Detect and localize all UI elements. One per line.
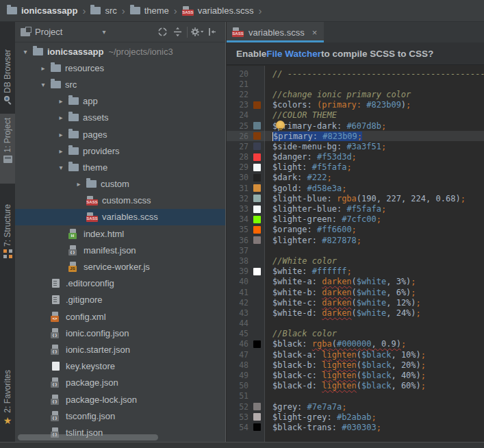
breadcrumb-item-src[interactable]: src bbox=[90, 5, 116, 16]
line-number[interactable]: 32 bbox=[227, 194, 249, 203]
line-number[interactable]: 48 bbox=[227, 360, 249, 370]
line-number[interactable]: 28 bbox=[227, 152, 249, 162]
intention-bulb-icon[interactable] bbox=[276, 121, 285, 129]
color-swatch[interactable] bbox=[253, 101, 261, 109]
tree-item-key-keystore[interactable]: key.keystore bbox=[15, 358, 225, 375]
expand-arrow-icon[interactable]: ▾ bbox=[18, 48, 33, 55]
expand-arrow-icon[interactable]: ▸ bbox=[53, 131, 68, 138]
stripe-tab-db-browser[interactable]: DB Browser bbox=[0, 49, 15, 112]
collapse-all-button[interactable] bbox=[170, 25, 185, 40]
color-swatch[interactable] bbox=[253, 195, 261, 202]
color-swatch[interactable] bbox=[253, 153, 261, 161]
file-watcher-link[interactable]: File Watcher bbox=[266, 49, 321, 59]
expand-arrow-icon[interactable]: ▸ bbox=[53, 114, 68, 121]
expand-arrow-icon[interactable]: ▾ bbox=[53, 164, 68, 171]
breadcrumb-item-ionicsassapp[interactable]: ionicsassapp bbox=[7, 5, 77, 16]
line-number[interactable]: 34 bbox=[227, 214, 249, 224]
tree-item-app[interactable]: ▸app bbox=[15, 93, 225, 110]
tree-item-ionic-starter-json[interactable]: { }ionic.starter.json bbox=[15, 341, 225, 358]
line-number[interactable]: 27 bbox=[227, 142, 249, 151]
color-swatch[interactable] bbox=[253, 174, 261, 182]
expand-arrow-icon[interactable]: ▸ bbox=[53, 97, 68, 105]
tree-item-variables-scss[interactable]: SASSvariables.scss bbox=[15, 209, 225, 225]
line-number[interactable]: 45 bbox=[227, 329, 249, 338]
color-swatch[interactable] bbox=[253, 132, 261, 140]
line-number[interactable]: 20 bbox=[227, 69, 249, 79]
settings-gear-button[interactable] bbox=[190, 25, 205, 40]
line-number[interactable]: 43 bbox=[227, 308, 249, 318]
line-number[interactable]: 37 bbox=[227, 246, 249, 256]
color-swatch[interactable] bbox=[253, 164, 261, 171]
stripe-tab-7-structure[interactable]: 7: Structure bbox=[0, 204, 15, 263]
color-swatch[interactable] bbox=[253, 206, 261, 213]
locate-file-button[interactable] bbox=[155, 25, 170, 40]
breadcrumb-item-theme[interactable]: theme bbox=[130, 5, 169, 16]
line-number[interactable]: 21 bbox=[227, 79, 249, 89]
line-number[interactable]: 51 bbox=[227, 391, 249, 401]
line-number[interactable]: 53 bbox=[227, 412, 249, 422]
tree-item-package-json[interactable]: { }package.json bbox=[15, 375, 225, 391]
stripe-tab-2-favorites[interactable]: 2: Favorites★ bbox=[0, 370, 15, 441]
line-number[interactable]: 52 bbox=[227, 402, 249, 412]
color-swatch[interactable] bbox=[253, 236, 261, 244]
color-swatch[interactable] bbox=[253, 226, 261, 234]
color-swatch[interactable] bbox=[253, 423, 261, 431]
expand-arrow-icon[interactable]: ▸ bbox=[53, 147, 68, 155]
tree-item-pages[interactable]: ▸pages bbox=[15, 126, 225, 142]
color-swatch[interactable] bbox=[253, 142, 261, 150]
tree-item-ionicsassapp[interactable]: ▾ionicsassapp~/projects/ionic3 bbox=[15, 43, 225, 60]
tree-item-ionic-config-json[interactable]: { }ionic.config.json bbox=[15, 325, 225, 341]
line-number[interactable]: 50 bbox=[227, 381, 249, 390]
line-number[interactable]: 23 bbox=[227, 100, 249, 110]
tree-item-custom-scss[interactable]: SASScustom.scss bbox=[15, 192, 225, 209]
tree-item-theme[interactable]: ▾theme bbox=[15, 159, 225, 175]
line-number[interactable]: 31 bbox=[227, 184, 249, 193]
color-swatch[interactable] bbox=[253, 122, 261, 129]
tree-item-providers[interactable]: ▸providers bbox=[15, 142, 225, 159]
tree-item-tsconfig-json[interactable]: { }tsconfig.json bbox=[15, 408, 225, 424]
line-number[interactable]: 29 bbox=[227, 162, 249, 172]
code-editor[interactable]: 20// -----------------------------------… bbox=[227, 66, 484, 442]
breadcrumb-item-variables.scss[interactable]: SASSvariables.scss bbox=[182, 5, 254, 16]
tree-item-assets[interactable]: ▸assets bbox=[15, 110, 225, 126]
line-number[interactable]: 33 bbox=[227, 204, 249, 214]
line-number[interactable]: 24 bbox=[227, 110, 249, 120]
line-number[interactable]: 44 bbox=[227, 319, 249, 328]
line-number[interactable]: 25 bbox=[227, 121, 249, 131]
line-number[interactable]: 47 bbox=[227, 350, 249, 360]
hide-panel-button[interactable] bbox=[205, 25, 220, 40]
horizontal-scrollbar-thumb[interactable] bbox=[18, 434, 158, 440]
color-swatch[interactable] bbox=[253, 268, 261, 275]
line-number[interactable]: 26 bbox=[227, 132, 249, 141]
line-number[interactable]: 42 bbox=[227, 298, 249, 308]
stripe-tab-1-project[interactable]: 1: Project bbox=[0, 114, 15, 184]
line-number[interactable]: 36 bbox=[227, 236, 249, 245]
color-swatch[interactable] bbox=[253, 413, 261, 421]
color-swatch[interactable] bbox=[253, 340, 261, 348]
chevron-down-icon[interactable]: ▾ bbox=[102, 28, 105, 36]
tree-item-src[interactable]: ▾src bbox=[15, 76, 225, 92]
tree-item-config-xml[interactable]: <>config.xml bbox=[15, 308, 225, 325]
color-swatch[interactable] bbox=[253, 184, 261, 192]
expand-arrow-icon[interactable]: ▸ bbox=[36, 64, 51, 72]
project-panel-title[interactable]: Project bbox=[35, 27, 62, 37]
tree-item-resources[interactable]: ▸resources bbox=[15, 60, 225, 76]
tree-item--gitignore[interactable]: .gitignore bbox=[15, 292, 225, 308]
line-number[interactable]: 35 bbox=[227, 225, 249, 234]
tree-item--editorconfig[interactable]: .editorconfig bbox=[15, 275, 225, 292]
tree-item-custom[interactable]: ▸custom bbox=[15, 176, 225, 192]
expand-arrow-icon[interactable]: ▾ bbox=[36, 81, 51, 88]
line-number[interactable]: 46 bbox=[227, 339, 249, 349]
line-number[interactable]: 41 bbox=[227, 288, 249, 297]
close-icon[interactable]: × bbox=[312, 27, 318, 38]
line-number[interactable]: 40 bbox=[227, 277, 249, 286]
line-number[interactable]: 30 bbox=[227, 173, 249, 182]
line-number[interactable]: 54 bbox=[227, 423, 249, 432]
color-swatch[interactable] bbox=[253, 216, 261, 223]
tree-item-manifest-json[interactable]: { }manifest.json bbox=[15, 242, 225, 258]
tree-item-index-html[interactable]: Hindex.html bbox=[15, 225, 225, 242]
expand-arrow-icon[interactable]: ▸ bbox=[71, 180, 86, 188]
tab-variables-scss[interactable]: SASS variables.scss × bbox=[227, 22, 324, 42]
line-number[interactable]: 22 bbox=[227, 90, 249, 99]
tree-item-package-lock-json[interactable]: { }package-lock.json bbox=[15, 391, 225, 408]
